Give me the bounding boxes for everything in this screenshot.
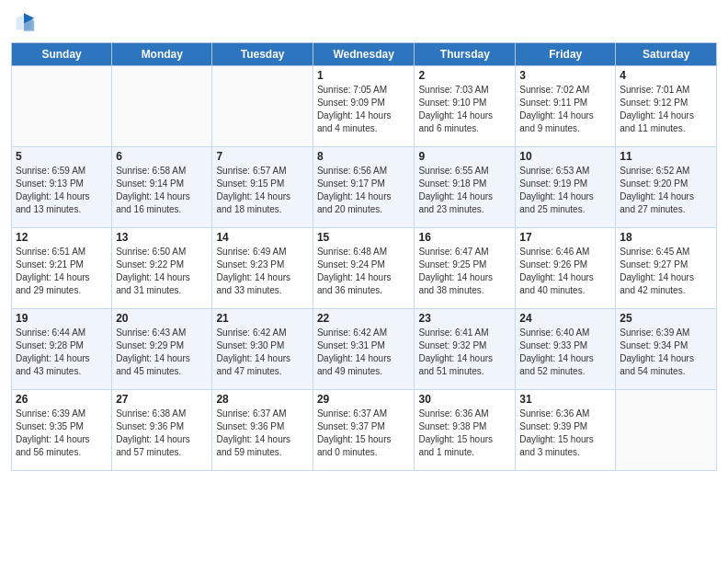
day-number: 27 [116,393,208,406]
day-number: 13 [116,231,208,244]
calendar-week-row: 26Sunrise: 6:39 AM Sunset: 9:35 PM Dayli… [12,390,717,471]
calendar-cell: 1Sunrise: 7:05 AM Sunset: 9:09 PM Daylig… [313,66,415,147]
calendar-cell: 26Sunrise: 6:39 AM Sunset: 9:35 PM Dayli… [12,390,112,471]
calendar-week-row: 5Sunrise: 6:59 AM Sunset: 9:13 PM Daylig… [12,147,717,228]
day-info: Sunrise: 7:01 AM Sunset: 9:12 PM Dayligh… [620,84,712,135]
calendar-cell: 4Sunrise: 7:01 AM Sunset: 9:12 PM Daylig… [616,66,717,147]
calendar-week-row: 12Sunrise: 6:51 AM Sunset: 9:21 PM Dayli… [12,228,717,309]
calendar-table: SundayMondayTuesdayWednesdayThursdayFrid… [11,42,717,471]
calendar-cell [616,390,717,471]
calendar-cell: 2Sunrise: 7:03 AM Sunset: 9:10 PM Daylig… [415,66,516,147]
calendar-cell: 5Sunrise: 6:59 AM Sunset: 9:13 PM Daylig… [12,147,112,228]
day-info: Sunrise: 6:50 AM Sunset: 9:22 PM Dayligh… [116,246,208,297]
calendar-cell: 18Sunrise: 6:45 AM Sunset: 9:27 PM Dayli… [616,228,717,309]
calendar-day-header: Sunday [12,43,112,66]
calendar-cell [12,66,112,147]
day-number: 24 [519,312,611,325]
day-info: Sunrise: 6:47 AM Sunset: 9:25 PM Dayligh… [418,246,511,297]
day-info: Sunrise: 6:43 AM Sunset: 9:29 PM Dayligh… [116,327,208,378]
logo [11,9,39,35]
day-info: Sunrise: 6:49 AM Sunset: 9:23 PM Dayligh… [216,246,308,297]
calendar-cell: 9Sunrise: 6:55 AM Sunset: 9:18 PM Daylig… [415,147,516,228]
day-number: 8 [317,150,411,163]
logo-icon [11,9,37,35]
calendar-cell: 20Sunrise: 6:43 AM Sunset: 9:29 PM Dayli… [112,309,212,390]
calendar-cell: 14Sunrise: 6:49 AM Sunset: 9:23 PM Dayli… [212,228,313,309]
day-number: 22 [317,312,411,325]
calendar-cell: 19Sunrise: 6:44 AM Sunset: 9:28 PM Dayli… [12,309,112,390]
day-number: 3 [519,69,611,82]
day-number: 23 [418,312,511,325]
day-number: 14 [216,231,308,244]
day-info: Sunrise: 6:40 AM Sunset: 9:33 PM Dayligh… [519,327,611,378]
day-info: Sunrise: 6:55 AM Sunset: 9:18 PM Dayligh… [418,165,511,216]
page-header [11,9,717,35]
day-number: 2 [418,69,511,82]
day-number: 31 [519,393,611,406]
calendar-cell: 27Sunrise: 6:38 AM Sunset: 9:36 PM Dayli… [112,390,212,471]
day-number: 12 [16,231,108,244]
day-number: 28 [216,393,308,406]
day-info: Sunrise: 6:46 AM Sunset: 9:26 PM Dayligh… [519,246,611,297]
day-info: Sunrise: 6:41 AM Sunset: 9:32 PM Dayligh… [418,327,511,378]
calendar-cell: 17Sunrise: 6:46 AM Sunset: 9:26 PM Dayli… [516,228,616,309]
day-number: 7 [216,150,308,163]
day-info: Sunrise: 6:58 AM Sunset: 9:14 PM Dayligh… [116,165,208,216]
day-info: Sunrise: 6:53 AM Sunset: 9:19 PM Dayligh… [519,165,611,216]
day-number: 5 [16,150,108,163]
day-info: Sunrise: 6:57 AM Sunset: 9:15 PM Dayligh… [216,165,308,216]
calendar-cell: 6Sunrise: 6:58 AM Sunset: 9:14 PM Daylig… [112,147,212,228]
calendar-day-header: Friday [516,43,616,66]
calendar-cell: 22Sunrise: 6:42 AM Sunset: 9:31 PM Dayli… [313,309,415,390]
calendar-header-row: SundayMondayTuesdayWednesdayThursdayFrid… [12,43,717,66]
day-number: 19 [16,312,108,325]
calendar-cell: 11Sunrise: 6:52 AM Sunset: 9:20 PM Dayli… [616,147,717,228]
day-number: 20 [116,312,208,325]
calendar-cell: 15Sunrise: 6:48 AM Sunset: 9:24 PM Dayli… [313,228,415,309]
day-number: 1 [317,69,411,82]
day-info: Sunrise: 6:36 AM Sunset: 9:39 PM Dayligh… [519,408,611,459]
day-info: Sunrise: 6:52 AM Sunset: 9:20 PM Dayligh… [620,165,712,216]
day-number: 25 [620,312,712,325]
calendar-day-header: Wednesday [313,43,415,66]
day-number: 9 [418,150,511,163]
day-number: 30 [418,393,511,406]
day-number: 15 [317,231,411,244]
calendar-cell: 24Sunrise: 6:40 AM Sunset: 9:33 PM Dayli… [516,309,616,390]
calendar-cell: 25Sunrise: 6:39 AM Sunset: 9:34 PM Dayli… [616,309,717,390]
day-number: 11 [620,150,712,163]
day-number: 21 [216,312,308,325]
day-info: Sunrise: 7:03 AM Sunset: 9:10 PM Dayligh… [418,84,511,135]
day-number: 16 [418,231,511,244]
day-info: Sunrise: 6:39 AM Sunset: 9:34 PM Dayligh… [620,327,712,378]
day-number: 26 [16,393,108,406]
day-info: Sunrise: 6:42 AM Sunset: 9:30 PM Dayligh… [216,327,308,378]
calendar-cell: 12Sunrise: 6:51 AM Sunset: 9:21 PM Dayli… [12,228,112,309]
calendar-cell [212,66,313,147]
calendar-cell: 23Sunrise: 6:41 AM Sunset: 9:32 PM Dayli… [415,309,516,390]
calendar-day-header: Tuesday [212,43,313,66]
day-info: Sunrise: 6:48 AM Sunset: 9:24 PM Dayligh… [317,246,411,297]
day-info: Sunrise: 6:51 AM Sunset: 9:21 PM Dayligh… [16,246,108,297]
day-info: Sunrise: 6:59 AM Sunset: 9:13 PM Dayligh… [16,165,108,216]
calendar-cell: 3Sunrise: 7:02 AM Sunset: 9:11 PM Daylig… [516,66,616,147]
day-info: Sunrise: 6:56 AM Sunset: 9:17 PM Dayligh… [317,165,411,216]
calendar-cell: 29Sunrise: 6:37 AM Sunset: 9:37 PM Dayli… [313,390,415,471]
calendar-cell: 13Sunrise: 6:50 AM Sunset: 9:22 PM Dayli… [112,228,212,309]
calendar-cell: 7Sunrise: 6:57 AM Sunset: 9:15 PM Daylig… [212,147,313,228]
calendar-cell: 10Sunrise: 6:53 AM Sunset: 9:19 PM Dayli… [516,147,616,228]
calendar-cell [112,66,212,147]
day-number: 17 [519,231,611,244]
day-number: 4 [620,69,712,82]
day-info: Sunrise: 7:05 AM Sunset: 9:09 PM Dayligh… [317,84,411,135]
day-info: Sunrise: 6:42 AM Sunset: 9:31 PM Dayligh… [317,327,411,378]
calendar-cell: 30Sunrise: 6:36 AM Sunset: 9:38 PM Dayli… [415,390,516,471]
calendar-cell: 16Sunrise: 6:47 AM Sunset: 9:25 PM Dayli… [415,228,516,309]
day-info: Sunrise: 6:44 AM Sunset: 9:28 PM Dayligh… [16,327,108,378]
day-info: Sunrise: 6:37 AM Sunset: 9:36 PM Dayligh… [216,408,308,459]
calendar-cell: 31Sunrise: 6:36 AM Sunset: 9:39 PM Dayli… [516,390,616,471]
day-info: Sunrise: 6:37 AM Sunset: 9:37 PM Dayligh… [317,408,411,459]
day-number: 6 [116,150,208,163]
calendar-cell: 28Sunrise: 6:37 AM Sunset: 9:36 PM Dayli… [212,390,313,471]
calendar-day-header: Monday [112,43,212,66]
